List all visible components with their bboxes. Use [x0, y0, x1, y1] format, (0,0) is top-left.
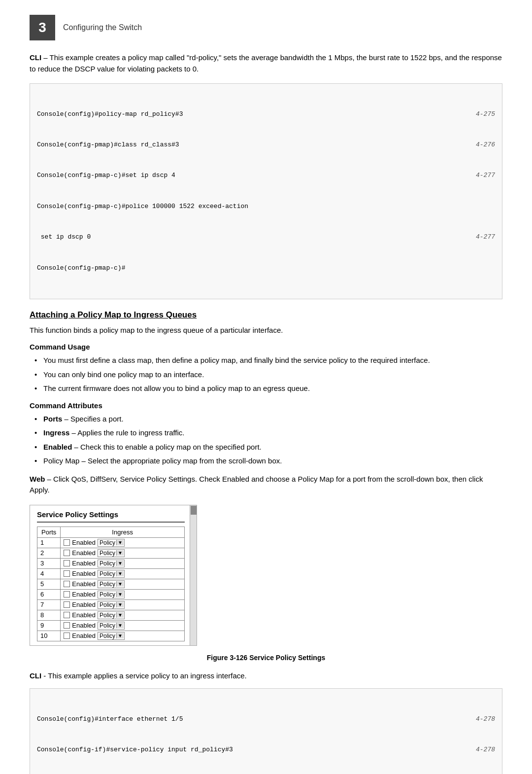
code-block-1: Console(config)#policy-map rd_policy#3 4… — [30, 83, 502, 299]
policy-select-text: Policy — [99, 601, 116, 608]
enabled-checkbox[interactable] — [64, 601, 70, 608]
service-policy-content: Service Policy Settings Ports Ingress 1E… — [30, 505, 197, 645]
dropdown-arrow-icon[interactable]: ▼ — [116, 633, 124, 638]
policy-table: Ports Ingress 1EnabledPolicy▼2EnabledPol… — [37, 527, 185, 641]
ingress-cell: EnabledPolicy▼ — [61, 631, 185, 641]
table-row: 1EnabledPolicy▼ — [37, 537, 185, 548]
chapter-title: Configuring the Switch — [63, 23, 142, 32]
policy-select[interactable]: Policy▼ — [98, 549, 125, 557]
port-cell: 4 — [37, 568, 61, 579]
port-cell: 10 — [37, 631, 61, 641]
col-ports: Ports — [37, 527, 61, 537]
ingress-cell: EnabledPolicy▼ — [61, 589, 185, 599]
port-cell: 2 — [37, 548, 61, 558]
scrollbar[interactable] — [190, 505, 197, 645]
enabled-label: Enabled — [72, 560, 96, 567]
code-line-3: Console(config-pmap-c)#set ip dscp 4 4-2… — [37, 171, 495, 181]
figure-caption: Figure 3-126 Service Policy Settings — [30, 654, 502, 662]
code-line-2-ref: 4-276 — [466, 140, 495, 150]
ingress-cell: EnabledPolicy▼ — [61, 537, 185, 548]
policy-select[interactable]: Policy▼ — [98, 539, 125, 547]
ingress-cell: EnabledPolicy▼ — [61, 599, 185, 610]
code2-line-2: Console(config-if)#service-policy input … — [37, 745, 495, 755]
code-line-5-text: set ip dscp 0 — [37, 232, 456, 243]
dropdown-arrow-icon[interactable]: ▼ — [116, 571, 124, 576]
enabled-checkbox[interactable] — [64, 591, 70, 598]
policy-select[interactable]: Policy▼ — [98, 580, 125, 588]
port-cell: 6 — [37, 589, 61, 599]
policy-select-text: Policy — [99, 550, 116, 557]
enabled-label: Enabled — [72, 549, 96, 557]
code-line-1: Console(config)#policy-map rd_policy#3 4… — [37, 109, 495, 120]
enabled-label: Enabled — [72, 632, 96, 639]
command-usage-heading: Command Usage — [30, 343, 502, 351]
code-line-5-ref: 4-277 — [466, 232, 495, 243]
table-row: 6EnabledPolicy▼ — [37, 589, 185, 599]
code-line-5: set ip dscp 0 4-277 — [37, 232, 495, 243]
usage-bullet-3: The current firmware does not allow you … — [34, 383, 502, 394]
enabled-checkbox[interactable] — [64, 539, 70, 546]
dropdown-arrow-icon[interactable]: ▼ — [116, 612, 124, 618]
enabled-checkbox[interactable] — [64, 570, 70, 577]
code2-line-2-ref: 4-278 — [466, 745, 495, 755]
policy-select[interactable]: Policy▼ — [98, 611, 125, 619]
attr-bullet-1: Ports – Specifies a port. — [34, 414, 502, 425]
port-cell: 7 — [37, 599, 61, 610]
scrollbar-thumb[interactable] — [191, 506, 197, 515]
command-attributes-heading: Command Attributes — [30, 401, 502, 410]
cli-paragraph: CLI - This example applies a service pol… — [30, 670, 502, 682]
page: 3 Configuring the Switch CLI – This exam… — [0, 0, 532, 774]
enabled-checkbox[interactable] — [64, 560, 70, 566]
policy-select-text: Policy — [99, 633, 116, 639]
enabled-checkbox[interactable] — [64, 581, 70, 587]
enabled-checkbox[interactable] — [64, 633, 70, 639]
enabled-checkbox[interactable] — [64, 612, 70, 618]
port-cell: 8 — [37, 610, 61, 620]
code2-line-1-text: Console(config)#interface ethernet 1/5 — [37, 714, 456, 725]
ingress-cell: EnabledPolicy▼ — [61, 548, 185, 558]
code-line-2: Console(config-pmap)#class rd_class#3 4-… — [37, 140, 495, 150]
web-paragraph: Web – Click QoS, DiffServ, Service Polic… — [30, 474, 502, 496]
code-line-4: Console(config-pmap-c)#police 100000 152… — [37, 202, 495, 212]
dropdown-arrow-icon[interactable]: ▼ — [116, 540, 124, 545]
ingress-cell: EnabledPolicy▼ — [61, 568, 185, 579]
dropdown-arrow-icon[interactable]: ▼ — [116, 623, 124, 628]
attr-3-bold: Enabled — [43, 443, 72, 451]
code-line-6-ref — [466, 263, 495, 274]
code2-line-2-text: Console(config-if)#service-policy input … — [37, 745, 456, 755]
attr-2-bold: Ingress — [43, 428, 69, 437]
code-line-4-ref — [466, 202, 495, 212]
intro-paragraph: CLI – This example creates a policy map … — [30, 52, 502, 74]
code-line-1-text: Console(config)#policy-map rd_policy#3 — [37, 109, 456, 120]
enabled-checkbox[interactable] — [64, 550, 70, 556]
table-row: 5EnabledPolicy▼ — [37, 579, 185, 589]
table-row: 8EnabledPolicy▼ — [37, 610, 185, 620]
port-cell: 1 — [37, 537, 61, 548]
table-row: 10EnabledPolicy▼ — [37, 631, 185, 641]
command-usage-list: You must first define a class map, then … — [30, 355, 502, 394]
policy-select[interactable]: Policy▼ — [98, 570, 125, 578]
policy-select-text: Policy — [99, 581, 116, 588]
policy-select[interactable]: Policy▼ — [98, 632, 125, 640]
attr-bullet-3: Enabled – Check this to enable a policy … — [34, 442, 502, 453]
usage-bullet-2: You can only bind one policy map to an i… — [34, 369, 502, 381]
policy-select[interactable]: Policy▼ — [98, 622, 125, 630]
dropdown-arrow-icon[interactable]: ▼ — [116, 550, 124, 556]
policy-select[interactable]: Policy▼ — [98, 560, 125, 567]
cli-text: - This example applies a service policy … — [43, 671, 246, 680]
dropdown-arrow-icon[interactable]: ▼ — [116, 561, 124, 566]
enabled-checkbox[interactable] — [64, 622, 70, 629]
intro-text: – This example creates a policy map call… — [30, 53, 502, 73]
code-line-1-ref: 4-275 — [466, 109, 495, 120]
code-line-3-ref: 4-277 — [466, 171, 495, 181]
code-line-4-text: Console(config-pmap-c)#police 100000 152… — [37, 202, 456, 212]
dropdown-arrow-icon[interactable]: ▼ — [116, 581, 124, 587]
service-policy-title: Service Policy Settings — [37, 510, 185, 523]
policy-select[interactable]: Policy▼ — [98, 591, 125, 598]
dropdown-arrow-icon[interactable]: ▼ — [116, 602, 124, 607]
enabled-label: Enabled — [72, 580, 96, 588]
policy-select[interactable]: Policy▼ — [98, 601, 125, 609]
code2-line-1-ref: 4-278 — [466, 714, 495, 725]
ingress-cell: EnabledPolicy▼ — [61, 620, 185, 631]
dropdown-arrow-icon[interactable]: ▼ — [116, 592, 124, 597]
